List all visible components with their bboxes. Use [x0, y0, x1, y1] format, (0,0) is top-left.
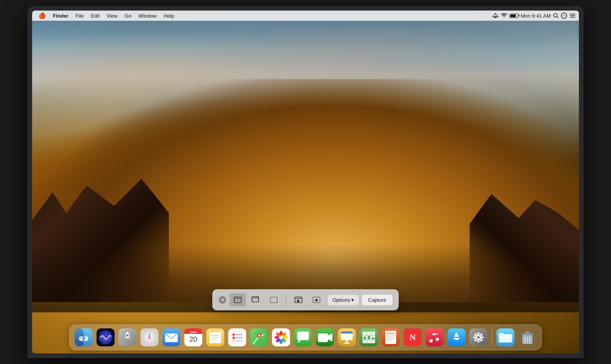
music-app-icon: [426, 328, 444, 346]
svg-rect-81: [364, 337, 366, 339]
svg-rect-93: [426, 328, 444, 346]
siri-app-icon: [97, 328, 115, 346]
menubar-help[interactable]: Help: [161, 12, 177, 20]
apple-menu[interactable]: 🍎: [35, 11, 49, 20]
airplay-icon[interactable]: [492, 13, 499, 18]
svg-point-23: [85, 338, 87, 339]
menubar-left: 🍎 Finder File Edit View Go Window Help: [35, 11, 177, 20]
search-icon[interactable]: [553, 13, 559, 18]
svg-text:N: N: [410, 332, 416, 342]
dock-item-safari[interactable]: [139, 327, 160, 348]
menubar-clock: Mon 9:41 AM: [521, 13, 551, 19]
dock-item-notes[interactable]: [205, 327, 226, 348]
dock-item-numbers[interactable]: [359, 327, 379, 348]
dock-item-reminders[interactable]: [227, 327, 248, 348]
calendar-app-icon: AUG 20: [184, 328, 202, 346]
screenshot-toolbar: ✕: [212, 289, 399, 310]
svg-point-98: [477, 336, 480, 339]
record-selection-button[interactable]: [308, 293, 325, 306]
laptop-frame: 🍎 Finder File Edit View Go Window Help: [27, 6, 584, 358]
dock-item-keynote[interactable]: [337, 327, 357, 348]
dock-item-news[interactable]: N: [403, 327, 423, 348]
news-app-icon: N: [404, 328, 422, 346]
menubar-window[interactable]: Window: [135, 12, 159, 20]
launchpad-app-icon: [119, 328, 137, 346]
dock-item-siri[interactable]: [96, 327, 116, 348]
svg-rect-90: [387, 340, 392, 341]
keynote-app-icon: [338, 328, 356, 346]
svg-rect-42: [210, 332, 221, 343]
dock-item-appstore[interactable]: [446, 327, 467, 348]
svg-rect-85: [385, 331, 396, 344]
dock-item-files[interactable]: [495, 327, 516, 348]
wifi-icon[interactable]: [501, 13, 507, 18]
menubar-view[interactable]: View: [103, 12, 121, 20]
svg-rect-73: [346, 340, 348, 343]
dock-item-maps[interactable]: [249, 327, 269, 348]
files-app-icon: [497, 328, 515, 346]
svg-rect-99: [477, 332, 479, 335]
menubar-edit[interactable]: Edit: [88, 12, 103, 20]
svg-rect-89: [387, 338, 394, 339]
close-x-icon: ✕: [221, 297, 224, 303]
svg-text:20: 20: [189, 335, 197, 343]
svg-rect-9: [252, 297, 258, 302]
options-button[interactable]: Options ▾: [328, 295, 359, 305]
svg-rect-87: [387, 335, 395, 336]
dock-item-launchpad[interactable]: [118, 327, 138, 348]
dock: AUG 20: [69, 324, 542, 350]
svg-point-66: [279, 335, 283, 339]
svg-rect-12: [270, 297, 277, 303]
dock-item-calendar[interactable]: AUG 20: [183, 327, 204, 348]
menubar-right: Mon 9:41 AM: [492, 13, 576, 19]
dock-item-finder[interactable]: [74, 327, 94, 348]
dock-item-systemprefs[interactable]: [468, 327, 489, 348]
svg-rect-83: [372, 337, 374, 339]
safari-app-icon: [141, 328, 159, 346]
trash-app-icon: [519, 328, 537, 346]
control-center-icon[interactable]: [569, 13, 576, 18]
dock-item-messages[interactable]: [293, 327, 313, 348]
maps-app-icon: [250, 328, 268, 346]
svg-rect-88: [387, 337, 393, 337]
svg-point-27: [127, 334, 129, 337]
numbers-app-icon: [360, 328, 378, 346]
svg-point-17: [315, 299, 318, 301]
toolbar-separator-1: [286, 294, 286, 305]
systemprefs-app-icon: [470, 328, 488, 346]
svg-text:AUG: AUG: [190, 330, 197, 334]
dock-item-pages[interactable]: [381, 327, 401, 348]
menubar-file[interactable]: File: [72, 12, 87, 20]
pages-app-icon: [382, 328, 400, 346]
svg-rect-101: [474, 337, 476, 339]
dock-item-trash[interactable]: [517, 327, 538, 348]
svg-rect-0: [495, 17, 496, 18]
svg-point-15: [297, 300, 299, 302]
capture-selection-button[interactable]: [266, 293, 282, 306]
svg-rect-69: [318, 333, 328, 342]
dock-item-photos[interactable]: [271, 327, 291, 348]
capture-window-shadow-button[interactable]: [248, 293, 264, 306]
dock-item-music[interactable]: [425, 327, 445, 348]
capture-window-button[interactable]: [230, 293, 246, 306]
svg-point-33: [149, 337, 150, 338]
svg-rect-82: [368, 336, 370, 339]
photos-app-icon: [272, 328, 290, 346]
record-screen-button[interactable]: [290, 293, 307, 306]
svg-rect-100: [477, 340, 479, 342]
dock-item-mail[interactable]: [161, 327, 182, 348]
dock-item-facetime[interactable]: [315, 327, 335, 348]
options-label: Options: [333, 297, 350, 303]
toolbar-close-button[interactable]: ✕: [219, 296, 226, 304]
mail-app-icon: [163, 328, 181, 346]
menubar-go[interactable]: Go: [121, 12, 134, 20]
menubar: 🍎 Finder File Edit View Go Window Help: [32, 11, 579, 21]
capture-button[interactable]: Capture: [362, 295, 392, 305]
facetime-app-icon: [316, 328, 334, 346]
battery-icon[interactable]: [510, 14, 518, 18]
menubar-finder[interactable]: Finder: [50, 12, 72, 20]
svg-rect-86: [387, 333, 395, 334]
svg-rect-11: [254, 299, 258, 302]
svg-rect-7: [234, 297, 241, 303]
siri-icon[interactable]: [561, 13, 567, 19]
